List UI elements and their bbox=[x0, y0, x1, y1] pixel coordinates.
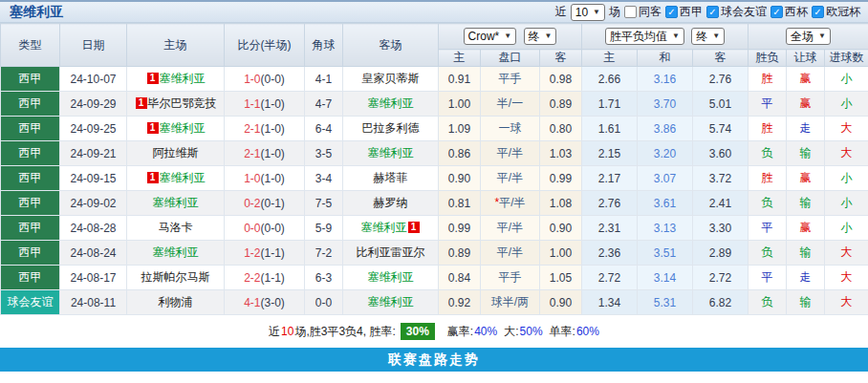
avg-home-cell: 2.72 bbox=[582, 266, 638, 290]
home-odds-cell: 0.89 bbox=[439, 241, 481, 266]
checkbox-same-away[interactable]: ✓ 同客 bbox=[624, 4, 662, 20]
league-type-cell[interactable]: 西甲 bbox=[1, 67, 60, 92]
away-team-link[interactable]: 赫罗纳 bbox=[374, 196, 408, 209]
goals-result-cell: 小 bbox=[825, 216, 868, 241]
avg-status-select[interactable]: 终 ▼ bbox=[691, 28, 725, 45]
home-team-link[interactable]: 塞维利亚 bbox=[160, 72, 206, 85]
checkbox-laliga[interactable]: ✓ 西甲 bbox=[665, 4, 703, 20]
away-team-cell: 巴拉多利德 bbox=[343, 117, 439, 141]
score-cell: 2-1(1-0) bbox=[225, 117, 305, 141]
away-odds-cell: 1.03 bbox=[540, 141, 582, 166]
fulltime-score: 2-1 bbox=[244, 147, 260, 160]
scope-select[interactable]: 全场 ▼ bbox=[786, 28, 831, 45]
table-row: 球会友谊24-08-11利物浦4-1(3-0)0-0塞维利亚0.92球半/两0.… bbox=[1, 290, 868, 315]
home-team-link[interactable]: 毕尔巴鄂竞技 bbox=[148, 96, 217, 110]
league-type-cell[interactable]: 西甲 bbox=[1, 141, 60, 166]
recent-count-value: 10 bbox=[575, 6, 588, 19]
recent-label: 近 bbox=[555, 4, 567, 20]
league-type-cell[interactable]: 西甲 bbox=[1, 191, 60, 216]
home-team-link[interactable]: 塞维利亚 bbox=[153, 196, 199, 209]
sub-header-goals: 进球数 bbox=[825, 50, 868, 67]
corners-cell: 7-2 bbox=[305, 241, 343, 266]
away-team-link[interactable]: 塞维利亚 bbox=[368, 146, 414, 160]
result-cell: 平 bbox=[749, 266, 787, 290]
halftime-score: (0-0) bbox=[261, 73, 285, 86]
result-cell: 负 bbox=[749, 241, 787, 266]
goals-result-cell: 小 bbox=[825, 92, 868, 117]
league-type-cell[interactable]: 西甲 bbox=[1, 216, 60, 241]
checkbox-copa[interactable]: ✓ 西杯 bbox=[770, 4, 808, 20]
home-team-link[interactable]: 马洛卡 bbox=[159, 221, 193, 234]
handicap-result-cell: 赢 bbox=[787, 166, 825, 191]
table-row: 西甲24-09-21阿拉维斯2-1(1-0)3-5塞维利亚0.86平/半1.03… bbox=[1, 141, 868, 166]
company-status-select[interactable]: 终 ▼ bbox=[524, 28, 557, 45]
checkbox-off-icon: ✓ bbox=[624, 6, 637, 18]
home-team-link[interactable]: 利物浦 bbox=[159, 295, 193, 309]
avg-away-cell: 2.41 bbox=[693, 191, 749, 216]
away-team-cell: 比利亚雷亚尔 bbox=[343, 241, 439, 266]
handicap-cell: 平手 bbox=[481, 266, 540, 290]
league-type-cell[interactable]: 球会友谊 bbox=[1, 290, 60, 315]
handicap-cell: 球半/两 bbox=[481, 290, 540, 315]
handicap-result-cell: 走 bbox=[787, 117, 825, 141]
away-team-link[interactable]: 比利亚雷亚尔 bbox=[357, 245, 425, 259]
home-team-link[interactable]: 塞维利亚 bbox=[160, 171, 206, 184]
chevron-down-icon: ▼ bbox=[712, 32, 720, 40]
avg-draw-cell: 3.86 bbox=[638, 117, 693, 141]
score-cell: 1-1(1-0) bbox=[225, 92, 305, 117]
recent-count-select[interactable]: 10 ▼ bbox=[571, 4, 605, 21]
away-team-link[interactable]: 巴拉多利德 bbox=[362, 121, 420, 135]
col-header-away: 客场 bbox=[343, 24, 439, 67]
corners-cell: 4-7 bbox=[305, 92, 343, 117]
league-type-cell[interactable]: 西甲 bbox=[1, 117, 60, 141]
league-type-cell[interactable]: 西甲 bbox=[1, 241, 60, 266]
league-type-cell[interactable]: 西甲 bbox=[1, 166, 60, 191]
home-team-link[interactable]: 阿拉维斯 bbox=[153, 146, 199, 160]
corners-cell: 5-9 bbox=[305, 216, 343, 241]
handicap-value: 平手 bbox=[499, 270, 522, 284]
result-cell: 负 bbox=[749, 141, 787, 166]
corners-cell: 7-5 bbox=[305, 191, 343, 216]
away-team-link[interactable]: 塞维利亚 bbox=[368, 96, 414, 110]
checkbox-on-icon: ✓ bbox=[812, 6, 824, 18]
away-team-link[interactable]: 赫塔菲 bbox=[374, 171, 408, 184]
home-team-link[interactable]: 拉斯帕尔马斯 bbox=[141, 270, 210, 284]
away-team-cell: 塞维利亚 bbox=[343, 92, 439, 117]
table-row: 西甲24-10-071塞维利亚1-0(0-0)4-1皇家贝蒂斯0.91平手0.9… bbox=[1, 67, 868, 92]
company-select[interactable]: Crow* ▼ bbox=[464, 28, 517, 45]
rank-badge: 1 bbox=[147, 73, 159, 84]
match-rows: 西甲24-10-071塞维利亚1-0(0-0)4-1皇家贝蒂斯0.91平手0.9… bbox=[1, 67, 868, 315]
checkbox-label: 西杯 bbox=[785, 4, 808, 20]
checkbox-label: 球会友谊 bbox=[721, 4, 767, 20]
league-type-cell[interactable]: 西甲 bbox=[1, 92, 60, 117]
sub-header-avg-away: 客 bbox=[693, 50, 749, 67]
team-stats-widget: 塞维利亚 近 10 ▼ 场 ✓ 同客 ✓ 西甲 ✓ 球会友谊 ✓ 西杯 bbox=[0, 0, 868, 372]
handicap-cell: 平/半 bbox=[481, 241, 540, 266]
away-team-link[interactable]: 塞维利亚 bbox=[368, 295, 414, 309]
away-odds-cell: 0.98 bbox=[540, 67, 582, 92]
away-team-link[interactable]: 皇家贝蒂斯 bbox=[362, 72, 420, 85]
checkbox-on-icon: ✓ bbox=[770, 6, 783, 18]
date-cell: 24-08-17 bbox=[60, 266, 127, 290]
avg-metric-select[interactable]: 胜平负均值 ▼ bbox=[605, 28, 684, 45]
league-type-cell[interactable]: 西甲 bbox=[1, 266, 60, 290]
avg-home-cell: 2.17 bbox=[582, 166, 638, 191]
checkbox-club-friendly[interactable]: ✓ 球会友谊 bbox=[706, 4, 767, 20]
away-team-link[interactable]: 塞维利亚 bbox=[368, 270, 414, 284]
page-title: 塞维利亚 bbox=[10, 4, 63, 21]
date-cell: 24-09-15 bbox=[60, 166, 127, 191]
odds-group-header: Crow* ▼ 终 ▼ bbox=[439, 24, 582, 50]
handicap-value: 平/半 bbox=[497, 245, 523, 259]
checkbox-ucl[interactable]: ✓ 欧冠杯 bbox=[812, 4, 860, 20]
avg-metric-value: 胜平负均值 bbox=[610, 29, 667, 45]
rank-badge: 1 bbox=[136, 97, 147, 109]
halftime-score: (0-1) bbox=[261, 197, 285, 210]
chevron-down-icon: ▼ bbox=[818, 32, 826, 40]
avg-away-cell: 2.76 bbox=[693, 67, 749, 92]
home-team-link[interactable]: 塞维利亚 bbox=[160, 121, 206, 135]
bottom-bar-title: 联赛盘路走势 bbox=[388, 351, 480, 369]
away-team-link[interactable]: 塞维利亚 bbox=[361, 221, 407, 234]
sub-header-avg-home: 主 bbox=[582, 50, 638, 67]
goals-result-cell: 大 bbox=[825, 290, 868, 315]
home-team-link[interactable]: 塞维利亚 bbox=[153, 245, 199, 259]
